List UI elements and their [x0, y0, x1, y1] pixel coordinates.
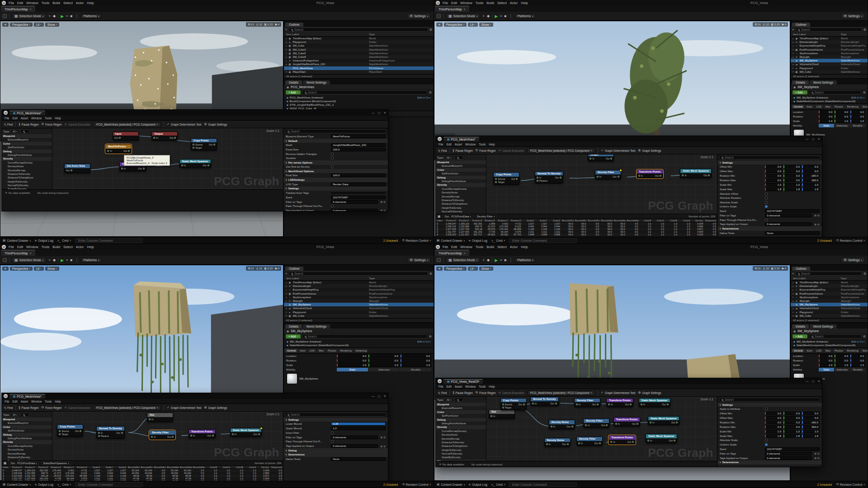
- play-button[interactable]: ▶: [495, 14, 498, 19]
- palette-item[interactable]: DensityNoise: [436, 191, 486, 194]
- content-drawer-button[interactable]: ▤Content Drawer▴: [3, 239, 31, 242]
- add-actor-icon[interactable]: +: [482, 258, 485, 262]
- outliner-row[interactable]: ● ☀ SkyLight SkyLight: [791, 299, 868, 303]
- visibility-icon[interactable]: ●: [793, 67, 793, 69]
- outliner-row[interactable]: ● ☀ SkyLight SkyLight: [791, 55, 868, 59]
- column-header[interactable]: RotationZ: [509, 219, 522, 222]
- editor-mode-dropdown[interactable]: ▦Selection Mode▾: [12, 257, 46, 263]
- unreal-logo-icon[interactable]: U: [436, 1, 440, 5]
- palette-item[interactable]: DebugPointAttribute: [2, 153, 52, 157]
- mobility-option[interactable]: Movable: [850, 124, 865, 127]
- level-tab[interactable]: ThirdPersonMap×: [1, 250, 35, 256]
- transform-field[interactable]: 0.0: [337, 359, 368, 362]
- outliner-filter-icon[interactable]: ⚙: [429, 272, 432, 276]
- outliner-row[interactable]: ● ▦ SM_Cube StaticMeshActor: [284, 44, 434, 47]
- menu-item[interactable]: Help: [489, 143, 495, 146]
- pcg-node[interactable]: Normal To Density In Out: [530, 397, 559, 406]
- checkbox[interactable]: [331, 440, 334, 443]
- menu-item[interactable]: Actor: [76, 245, 84, 249]
- editor-mode-dropdown[interactable]: ▦Selection Mode▾: [446, 257, 480, 263]
- palette-item[interactable]: Debug: [436, 418, 486, 422]
- menu-item[interactable]: File: [443, 1, 448, 5]
- cancel-execution-button[interactable]: ⊘Cancel Execution: [499, 149, 524, 152]
- checkbox[interactable]: [331, 153, 334, 155]
- palette-item[interactable]: Density: [436, 183, 486, 187]
- palette-item[interactable]: CurveRemapDensity: [2, 444, 52, 448]
- editor-mode-dropdown[interactable]: ▦Selection Mode▾: [446, 13, 480, 19]
- section-tab[interactable]: Actor: [298, 349, 307, 352]
- stop-button[interactable]: ■: [505, 258, 507, 262]
- pcg-details-search[interactable]: Search: [285, 129, 387, 133]
- minimize-button[interactable]: —: [372, 111, 375, 115]
- palette-item[interactable]: ExecuteBlueprint: [2, 421, 52, 425]
- palette-item[interactable]: DistanceToNeighbors: [2, 176, 52, 179]
- outliner-row[interactable]: ● ▦ SM_Cube3 StaticMeshActor: [284, 48, 434, 52]
- vector-field[interactable]: 0.0: [783, 169, 801, 173]
- skip-button[interactable]: »: [66, 14, 68, 18]
- checkbox[interactable]: [331, 205, 334, 207]
- outliner-row[interactable]: ● ☀ DirectionalLight DirectionalLight: [791, 284, 868, 288]
- palette-item[interactable]: Blueprint: [2, 134, 52, 138]
- maximize-button[interactable]: ▢: [377, 111, 380, 115]
- outliner-row[interactable]: ● ▸ Playground Folder: [791, 66, 868, 70]
- outliner-row[interactable]: ● ☀ DirectionalLight DirectionalLight: [284, 284, 434, 288]
- platforms-dropdown[interactable]: Platforms▾: [514, 258, 536, 263]
- section-tab[interactable]: General: [285, 349, 297, 352]
- chevron-down-icon[interactable]: ▾: [286, 418, 287, 421]
- visibility-icon[interactable]: ●: [286, 45, 287, 47]
- visibility-icon[interactable]: ●: [793, 63, 793, 66]
- menu-item[interactable]: Select: [63, 245, 73, 249]
- visibility-icon[interactable]: ●: [793, 304, 793, 306]
- add-component-button[interactable]: + Add▾: [793, 90, 807, 94]
- section-tab[interactable]: Rendering: [845, 105, 860, 108]
- menu-item[interactable]: Actor: [510, 1, 518, 5]
- output-pin[interactable]: [618, 176, 619, 178]
- vector-field[interactable]: 1.0: [765, 183, 783, 187]
- output-pin[interactable]: [258, 433, 260, 435]
- viewport-icon[interactable]: ◧0.25: [771, 23, 780, 26]
- section-tab[interactable]: LOD: [308, 349, 316, 352]
- column-type[interactable]: Type: [841, 33, 865, 36]
- property-value[interactable]: 0 elements: [765, 214, 812, 217]
- cmd-dropdown[interactable]: >_Cmd▾: [491, 483, 505, 486]
- array-controls[interactable]: ⊕ ⊖: [814, 214, 820, 217]
- vector-field[interactable]: 0.0: [765, 169, 783, 173]
- settings-dropdown[interactable]: ⚙Settings▾: [841, 257, 865, 263]
- palette-item[interactable]: Debug: [436, 176, 486, 179]
- pcg-node[interactable]: Static Mesh Spawner In Out: [646, 434, 677, 443]
- output-pin[interactable]: [667, 404, 669, 405]
- play-button[interactable]: ▶: [495, 258, 498, 263]
- column-header[interactable]: BoundsMinX: [127, 466, 140, 469]
- graph-determinism-button[interactable]: ✓Graph Determinism Test: [167, 406, 201, 409]
- pcg-asset-tab[interactable]: ▦PCG_MeshVines*: [9, 111, 45, 115]
- transform-field[interactable]: 0.0: [850, 354, 865, 358]
- column-header[interactable]: BoundsMaxZ: [626, 219, 639, 222]
- column-header[interactable]: ScaleY: [535, 219, 548, 222]
- more-options-icon[interactable]: ⋮: [509, 258, 512, 262]
- visibility-icon[interactable]: ●: [793, 60, 793, 62]
- tab-details[interactable]: Details: [792, 80, 809, 84]
- component-row[interactable]: ◆ StaticMeshComponent (StaticMeshCompone…: [791, 99, 868, 103]
- details-settings-icon[interactable]: ⚙: [429, 91, 432, 94]
- transform-field[interactable]: 0.0: [819, 354, 834, 358]
- debug-object-dropdown[interactable]: PCG_MeshVines (selected) / PCG Component…: [93, 122, 161, 127]
- output-pin[interactable]: [599, 442, 601, 444]
- outliner-filter-icon[interactable]: ⚙: [863, 272, 866, 276]
- column-header[interactable]: ScaleZ: [548, 219, 561, 222]
- column-header[interactable]: BoundsMinX: [561, 219, 574, 222]
- outliner-row[interactable]: ● ≈ ExponentialHeightFog ExponentialHeig…: [791, 44, 868, 47]
- vector-field[interactable]: 0.0: [765, 178, 783, 182]
- save-icon[interactable]: [437, 258, 441, 262]
- palette-item[interactable]: DensityNoise: [2, 448, 52, 451]
- graph-determinism-button[interactable]: ✓Graph Determinism Test: [601, 149, 635, 152]
- viewport-icon[interactable]: ◧0.25: [264, 23, 273, 26]
- output-pin[interactable]: [523, 404, 525, 405]
- palette-item[interactable]: CurveRemapDensity: [2, 161, 52, 164]
- editor-mode-dropdown[interactable]: ▦Selection Mode▾: [12, 13, 46, 19]
- cmd-dropdown[interactable]: >_Cmd▾: [491, 239, 505, 242]
- outliner-row[interactable]: ● ☁ VolumetricCloud VolumetricCloud: [284, 306, 434, 310]
- column-item-label[interactable]: Item Label: [286, 33, 369, 36]
- pcg-graph-canvas[interactable]: Input Out Output In: [52, 128, 283, 189]
- pcg-node[interactable]: Density Filter In Out: [574, 398, 600, 408]
- vector-field[interactable]: -180.0: [802, 421, 820, 424]
